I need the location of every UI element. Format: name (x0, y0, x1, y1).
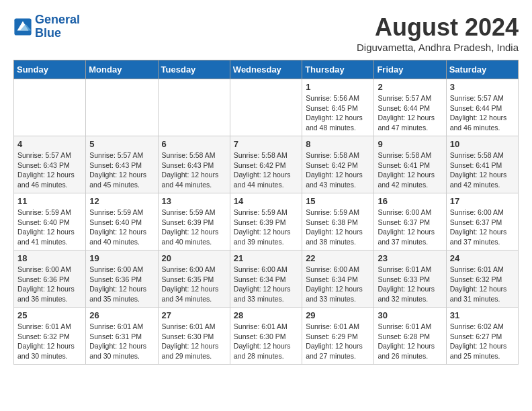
calendar-cell: 10Sunrise: 5:58 AM Sunset: 6:41 PM Dayli… (446, 136, 518, 193)
day-info: Sunrise: 5:59 AM Sunset: 6:38 PM Dayligh… (306, 208, 370, 247)
day-number: 11 (17, 196, 82, 206)
logo-general: General (35, 13, 80, 26)
calendar-cell (230, 79, 302, 136)
day-number: 22 (306, 253, 370, 263)
day-info: Sunrise: 6:00 AM Sunset: 6:34 PM Dayligh… (234, 265, 298, 304)
day-info: Sunrise: 6:01 AM Sunset: 6:31 PM Dayligh… (89, 322, 154, 361)
col-header-friday: Friday (374, 60, 446, 79)
calendar-cell: 17Sunrise: 6:00 AM Sunset: 6:37 PM Dayli… (446, 193, 518, 250)
day-number: 19 (89, 253, 154, 263)
calendar-cell: 31Sunrise: 6:02 AM Sunset: 6:27 PM Dayli… (446, 308, 518, 365)
day-info: Sunrise: 5:58 AM Sunset: 6:42 PM Dayligh… (306, 150, 370, 190)
col-header-monday: Monday (86, 60, 158, 79)
day-number: 24 (450, 253, 515, 263)
calendar-cell: 28Sunrise: 6:01 AM Sunset: 6:30 PM Dayli… (230, 308, 302, 365)
day-number: 18 (17, 253, 82, 263)
calendar-cell: 3Sunrise: 5:57 AM Sunset: 6:44 PM Daylig… (446, 79, 518, 136)
calendar-cell: 9Sunrise: 5:58 AM Sunset: 6:41 PM Daylig… (374, 136, 446, 193)
calendar-cell: 18Sunrise: 6:00 AM Sunset: 6:36 PM Dayli… (14, 250, 86, 308)
day-info: Sunrise: 5:56 AM Sunset: 6:45 PM Dayligh… (306, 93, 370, 133)
calendar-cell: 8Sunrise: 5:58 AM Sunset: 6:42 PM Daylig… (302, 136, 374, 193)
calendar-cell: 16Sunrise: 6:00 AM Sunset: 6:37 PM Dayli… (374, 193, 446, 250)
day-number: 14 (234, 196, 298, 206)
day-info: Sunrise: 6:00 AM Sunset: 6:37 PM Dayligh… (450, 208, 515, 247)
calendar-header-row: SundayMondayTuesdayWednesdayThursdayFrid… (14, 60, 519, 79)
day-number: 3 (450, 82, 515, 92)
day-number: 25 (17, 310, 82, 320)
month-year: August 2024 (357, 13, 519, 42)
day-info: Sunrise: 5:57 AM Sunset: 6:44 PM Dayligh… (450, 93, 515, 133)
calendar-cell: 7Sunrise: 5:58 AM Sunset: 6:42 PM Daylig… (230, 136, 302, 193)
calendar-cell: 24Sunrise: 6:01 AM Sunset: 6:32 PM Dayli… (446, 250, 518, 308)
calendar-cell: 15Sunrise: 5:59 AM Sunset: 6:38 PM Dayli… (302, 193, 374, 250)
day-number: 2 (378, 82, 442, 92)
page-header: General Blue August 2024 Diguvametta, An… (13, 13, 519, 53)
calendar-cell: 25Sunrise: 6:01 AM Sunset: 6:32 PM Dayli… (14, 308, 86, 365)
day-number: 16 (378, 196, 442, 206)
calendar-cell: 23Sunrise: 6:01 AM Sunset: 6:33 PM Dayli… (374, 250, 446, 308)
day-info: Sunrise: 6:00 AM Sunset: 6:36 PM Dayligh… (17, 265, 82, 304)
col-header-sunday: Sunday (14, 60, 86, 79)
calendar-cell: 2Sunrise: 5:57 AM Sunset: 6:44 PM Daylig… (374, 79, 446, 136)
calendar-cell: 14Sunrise: 5:59 AM Sunset: 6:39 PM Dayli… (230, 193, 302, 250)
day-number: 30 (378, 310, 442, 320)
calendar-cell: 11Sunrise: 5:59 AM Sunset: 6:40 PM Dayli… (14, 193, 86, 250)
calendar-week-2: 4Sunrise: 5:57 AM Sunset: 6:43 PM Daylig… (14, 136, 519, 193)
day-info: Sunrise: 6:00 AM Sunset: 6:34 PM Dayligh… (306, 265, 370, 304)
calendar-cell: 13Sunrise: 5:59 AM Sunset: 6:39 PM Dayli… (158, 193, 230, 250)
day-number: 7 (234, 139, 298, 149)
calendar-cell: 22Sunrise: 6:00 AM Sunset: 6:34 PM Dayli… (302, 250, 374, 308)
logo: General Blue (13, 13, 80, 40)
day-info: Sunrise: 6:00 AM Sunset: 6:37 PM Dayligh… (378, 208, 442, 247)
logo-blue: Blue (35, 26, 61, 40)
day-number: 8 (306, 139, 370, 149)
day-info: Sunrise: 5:57 AM Sunset: 6:43 PM Dayligh… (17, 150, 82, 190)
day-number: 15 (306, 196, 370, 206)
day-number: 9 (378, 139, 442, 149)
day-info: Sunrise: 5:59 AM Sunset: 6:39 PM Dayligh… (234, 208, 298, 247)
col-header-saturday: Saturday (446, 60, 518, 79)
day-info: Sunrise: 5:59 AM Sunset: 6:39 PM Dayligh… (162, 208, 226, 247)
day-info: Sunrise: 6:01 AM Sunset: 6:29 PM Dayligh… (306, 322, 370, 361)
day-info: Sunrise: 5:58 AM Sunset: 6:43 PM Dayligh… (162, 150, 226, 190)
calendar-cell: 1Sunrise: 5:56 AM Sunset: 6:45 PM Daylig… (302, 79, 374, 136)
calendar-cell (86, 79, 158, 136)
calendar-week-5: 25Sunrise: 6:01 AM Sunset: 6:32 PM Dayli… (14, 308, 519, 365)
col-header-wednesday: Wednesday (230, 60, 302, 79)
day-info: Sunrise: 5:58 AM Sunset: 6:41 PM Dayligh… (450, 150, 515, 190)
day-info: Sunrise: 6:01 AM Sunset: 6:32 PM Dayligh… (450, 265, 515, 304)
calendar-cell: 12Sunrise: 5:59 AM Sunset: 6:40 PM Dayli… (86, 193, 158, 250)
day-number: 27 (162, 310, 226, 320)
calendar-cell (14, 79, 86, 136)
calendar-week-1: 1Sunrise: 5:56 AM Sunset: 6:45 PM Daylig… (14, 79, 519, 136)
day-info: Sunrise: 6:02 AM Sunset: 6:27 PM Dayligh… (450, 322, 515, 361)
calendar-cell: 29Sunrise: 6:01 AM Sunset: 6:29 PM Dayli… (302, 308, 374, 365)
day-number: 6 (162, 139, 226, 149)
logo-icon (13, 17, 32, 36)
day-info: Sunrise: 5:58 AM Sunset: 6:42 PM Dayligh… (234, 150, 298, 190)
calendar-cell: 30Sunrise: 6:01 AM Sunset: 6:28 PM Dayli… (374, 308, 446, 365)
day-number: 17 (450, 196, 515, 206)
location: Diguvametta, Andhra Pradesh, India (357, 42, 519, 53)
day-number: 31 (450, 310, 515, 320)
day-number: 4 (17, 139, 82, 149)
day-info: Sunrise: 6:01 AM Sunset: 6:28 PM Dayligh… (378, 322, 442, 361)
day-info: Sunrise: 5:58 AM Sunset: 6:41 PM Dayligh… (378, 150, 442, 190)
day-info: Sunrise: 6:00 AM Sunset: 6:35 PM Dayligh… (162, 265, 226, 304)
day-number: 28 (234, 310, 298, 320)
day-info: Sunrise: 6:01 AM Sunset: 6:30 PM Dayligh… (234, 322, 298, 361)
calendar-cell: 27Sunrise: 6:01 AM Sunset: 6:30 PM Dayli… (158, 308, 230, 365)
day-number: 20 (162, 253, 226, 263)
day-info: Sunrise: 5:57 AM Sunset: 6:44 PM Dayligh… (378, 93, 442, 133)
calendar-cell: 5Sunrise: 5:57 AM Sunset: 6:43 PM Daylig… (86, 136, 158, 193)
calendar-cell: 4Sunrise: 5:57 AM Sunset: 6:43 PM Daylig… (14, 136, 86, 193)
day-info: Sunrise: 5:57 AM Sunset: 6:43 PM Dayligh… (89, 150, 154, 190)
calendar-week-4: 18Sunrise: 6:00 AM Sunset: 6:36 PM Dayli… (14, 250, 519, 308)
calendar: SundayMondayTuesdayWednesdayThursdayFrid… (13, 60, 519, 365)
calendar-cell: 6Sunrise: 5:58 AM Sunset: 6:43 PM Daylig… (158, 136, 230, 193)
day-number: 13 (162, 196, 226, 206)
calendar-cell: 26Sunrise: 6:01 AM Sunset: 6:31 PM Dayli… (86, 308, 158, 365)
day-number: 5 (89, 139, 154, 149)
col-header-tuesday: Tuesday (158, 60, 230, 79)
day-number: 12 (89, 196, 154, 206)
